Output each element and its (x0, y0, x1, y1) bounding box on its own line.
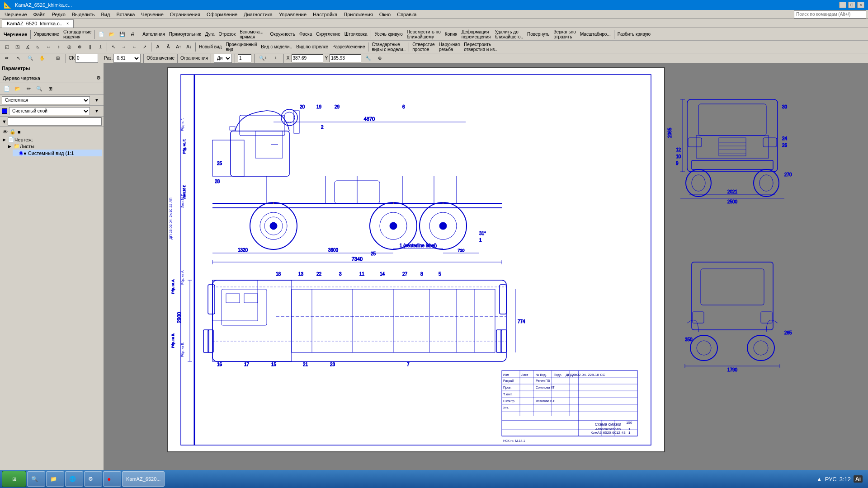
tb-icon5[interactable]: ↔ (43, 42, 53, 52)
menu-file[interactable]: Файл (31, 11, 48, 18)
sk-input[interactable] (75, 54, 98, 63)
filter-input[interactable] (8, 117, 102, 126)
step-input[interactable] (238, 54, 251, 62)
tb-copy-btn[interactable]: Копия (443, 29, 459, 39)
menu-draw[interactable]: Черчение (138, 11, 166, 18)
tb-rotate-btn[interactable]: Повернуть (525, 29, 551, 39)
system-layer-select[interactable]: Системный слой (9, 107, 90, 115)
tb-fillet-btn[interactable]: Скругление (314, 29, 342, 39)
tb-std-views-btn[interactable]: Стандартныевиды с модели.. (370, 42, 407, 52)
tb-deform-btn[interactable]: Деформацияперемещения (460, 29, 493, 39)
tab-close-button[interactable]: × (66, 21, 69, 26)
menu-cherchenie[interactable]: Черчение (2, 11, 30, 18)
tb-hatch-btn[interactable]: Штриховка (343, 29, 369, 39)
menu-edit[interactable]: Редко (49, 11, 68, 18)
menu-manage[interactable]: Управление (276, 11, 309, 18)
tb-model-view-btn[interactable]: Вид с модели.. (259, 42, 294, 52)
start-button[interactable]: ⊞ (2, 471, 26, 487)
tb-icon14[interactable]: ↗ (140, 42, 150, 52)
menu-constraints[interactable]: Ограничения (167, 11, 203, 18)
tb-icon13[interactable]: ← (129, 42, 139, 52)
taskbar-settings-btn[interactable]: ⚙ (84, 471, 102, 487)
tb-icon12[interactable]: → (119, 42, 129, 52)
canvas-area[interactable]: ДП 23.02.04. 228-18 СС Схема смазки Авто… (104, 63, 868, 470)
pc-icon2[interactable]: 📂 (13, 84, 23, 94)
taskbar-search-btn[interactable]: 🔍 (27, 471, 45, 487)
tb-icon3[interactable]: ∡ (23, 42, 33, 52)
tb-icon17[interactable]: A↑ (174, 42, 184, 52)
menu-select[interactable]: Выделить (69, 11, 98, 18)
cb-zoom-in-icon[interactable]: + (271, 53, 281, 63)
tb-arc-btn[interactable]: Дуга (203, 29, 217, 39)
menu-insert[interactable]: Вставка (113, 11, 137, 18)
tree-drawing[interactable]: ▶ 📄 Чертёж: (2, 136, 102, 143)
tb-mirror-btn[interactable]: Зеркальноотразить (552, 29, 577, 39)
tb-thread-btn[interactable]: Наружнаярезьба (437, 42, 462, 52)
menu-help[interactable]: Справка (394, 11, 419, 18)
tray-arrow-icon[interactable]: ▲ (816, 476, 822, 483)
tree-system-view[interactable]: ◉ ● Системный вид (1:1 (13, 150, 102, 156)
tray-lang-icon[interactable]: РУС (825, 476, 837, 483)
cb-zoom-fit-icon[interactable]: 🔍+ (257, 53, 269, 63)
tb-icon2[interactable]: ◳ (12, 42, 22, 52)
tb-icon4[interactable]: ⊾ (33, 42, 43, 52)
tb-rect-btn[interactable]: Прямоугольник (167, 29, 203, 39)
cb-pencil-icon[interactable]: ✏ (2, 53, 12, 63)
tb-aux-line-btn[interactable]: Вспомога...прямая (238, 29, 265, 39)
tb-arrow-view-btn[interactable]: Вид по стрелке (294, 42, 330, 52)
cb-extra-icon[interactable]: 🔧 (363, 53, 373, 63)
tb-line-btn[interactable]: Отрезок (217, 29, 238, 39)
tb-autoline-btn[interactable]: Автолиния (141, 29, 167, 39)
tb-break-curve-btn[interactable]: Разбить кривую (616, 29, 652, 39)
tb-section-btn[interactable]: Разрез/сечение (330, 42, 367, 52)
tb-delete-nearest-btn[interactable]: Удалить доближайшего.. (493, 29, 525, 39)
cb-grid-icon[interactable]: ⊞ (53, 53, 63, 63)
zoom-select[interactable]: 0.81 1.00 (113, 54, 141, 63)
tree-sheets[interactable]: ▶ 📁 Листы (7, 143, 102, 150)
cb-snap-icon[interactable]: ⊕ (375, 53, 385, 63)
menu-view[interactable]: Вид (99, 11, 113, 18)
tb-icon7[interactable]: ◎ (64, 42, 74, 52)
tb-save-btn[interactable]: 💾 (117, 29, 127, 39)
taskbar-browser-btn[interactable]: 🌐 (65, 471, 83, 487)
tb-hole-btn[interactable]: Отверстиепростое (410, 42, 436, 52)
tb-icon9[interactable]: ∥ (85, 42, 95, 52)
search-input[interactable] (794, 10, 866, 19)
pc-icon4[interactable]: 🔍 (34, 84, 44, 94)
taskbar-folder-btn[interactable]: 📁 (46, 471, 64, 487)
menu-format[interactable]: Оформление (204, 11, 240, 18)
tb-proj-view-btn[interactable]: Проекционныйвид (224, 42, 259, 52)
gear-icon[interactable]: ⚙ (96, 75, 101, 81)
pc-icon3[interactable]: ✏ (24, 84, 33, 94)
pc-icon1[interactable]: 📄 (2, 84, 12, 94)
tb-icon6[interactable]: ↕ (54, 42, 64, 52)
cb-zoom-icon[interactable]: 🔍 (25, 53, 35, 63)
dim-select[interactable]: Ди (214, 54, 232, 63)
tb-icon8[interactable]: ⊕ (75, 42, 85, 52)
restore-button[interactable]: □ (848, 2, 855, 8)
taskbar-cad-app[interactable]: KamAZ_6520... (122, 471, 165, 487)
tb-icon15[interactable]: A (153, 42, 163, 52)
minimize-button[interactable]: _ (839, 2, 846, 8)
menu-diagnostics[interactable]: Диагностика (241, 11, 275, 18)
tb-print-btn[interactable]: 🖨 (127, 29, 137, 39)
tb-rebuild-btn[interactable]: Перестроитьотверстия и из.. (462, 42, 499, 52)
system-view-select[interactable]: Системная (2, 96, 90, 104)
tb-manage-btn[interactable]: Управление (32, 29, 61, 39)
menu-window[interactable]: Окно (377, 11, 394, 18)
x-input[interactable] (292, 54, 323, 62)
tb-std-parts-btn[interactable]: Стандартныеизделия (61, 29, 93, 39)
tb-move-nearest-btn[interactable]: Переместить поближайшему (405, 29, 443, 39)
cb-pointer-icon[interactable]: ↖ (14, 53, 24, 63)
tb-trim-btn[interactable]: Усечь кривую (373, 29, 405, 39)
taskbar-dot-btn[interactable]: ● (103, 471, 121, 487)
tb-new-btn[interactable]: 📄 (96, 29, 106, 39)
pc-icon5[interactable]: ⊞ (45, 84, 55, 94)
tb-open-btn[interactable]: 📂 (107, 29, 117, 39)
layer-dropdown-btn[interactable]: ▼ (92, 106, 102, 116)
tb-chamfer-btn[interactable]: Фаска (297, 29, 314, 39)
tb-new-view-btn[interactable]: Новый вид (197, 42, 223, 52)
tb-circle-btn[interactable]: Окружность (269, 29, 297, 39)
close-button[interactable]: × (857, 2, 864, 8)
tb-scale-btn[interactable]: Масштабиро... (578, 29, 613, 39)
